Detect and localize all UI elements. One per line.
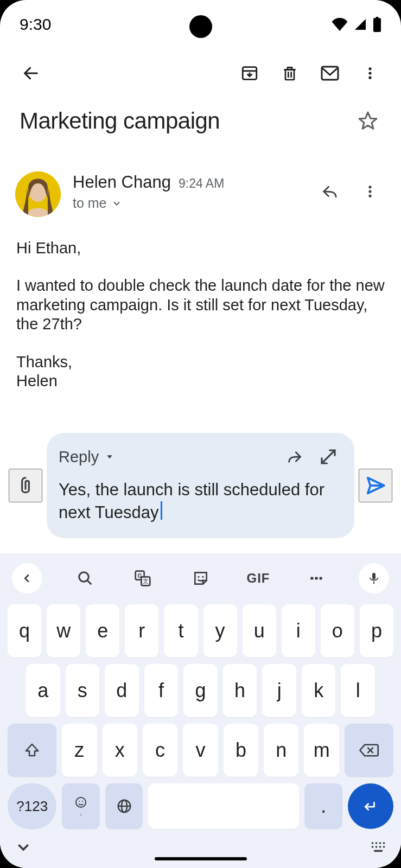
key-b[interactable]: b [224,724,258,777]
key-p[interactable]: p [360,604,393,658]
key-l[interactable]: l [341,664,375,717]
key-v[interactable]: v [183,724,218,777]
key-j[interactable]: j [262,664,296,717]
enter-icon [362,799,379,813]
archive-button[interactable] [230,53,270,93]
key-k[interactable]: k [302,664,336,717]
key-e[interactable]: e [86,604,119,658]
key-n[interactable]: n [264,724,298,777]
recipient-label: to me [73,195,107,211]
key-i[interactable]: i [282,604,315,658]
kb-search-button[interactable] [70,563,100,593]
key-y[interactable]: y [203,604,237,658]
back-button[interactable] [11,53,51,93]
reply-area: Reply Yes, the launch is still scheduled… [0,396,401,544]
svg-rect-52 [374,850,383,852]
svg-point-16 [368,186,371,188]
svg-point-50 [379,846,381,848]
star-button[interactable] [348,101,388,141]
svg-rect-6 [285,69,294,80]
paperclip-icon [15,474,36,497]
kb-collapse-button[interactable] [12,563,42,593]
svg-line-24 [87,580,91,585]
key-g[interactable]: g [183,664,218,717]
send-button[interactable] [359,469,392,502]
body-greeting: Hi Ethan, [16,239,385,258]
sender-time: 9:24 AM [179,176,224,191]
key-language[interactable] [105,783,143,829]
key-x[interactable]: x [103,724,137,777]
sender-name: Helen Chang [73,173,171,192]
svg-marker-19 [107,456,112,459]
reply-card[interactable]: Reply Yes, the launch is still scheduled… [47,433,354,538]
key-enter[interactable] [348,783,393,829]
emoji-icon [74,796,87,809]
more-button[interactable] [350,53,390,93]
key-d[interactable]: d [105,664,139,717]
kb-mic-button[interactable] [359,563,389,593]
kb-hide-button[interactable] [15,839,31,857]
message-more-button[interactable] [350,171,390,212]
key-c[interactable]: c [143,724,177,777]
key-backspace[interactable] [345,724,393,777]
kb-translate-button[interactable]: G文 [128,563,158,593]
svg-rect-0 [373,18,381,32]
key-s[interactable]: s [66,664,100,717]
mark-unread-button[interactable] [310,53,350,93]
svg-text:文: 文 [143,578,149,584]
recipient-toggle[interactable]: to me [73,195,298,211]
chevron-left-icon [21,572,33,584]
svg-point-49 [375,846,378,848]
backspace-icon [359,743,379,758]
svg-point-30 [202,576,203,578]
globe-icon [116,798,132,814]
key-emoji[interactable]: , [62,783,100,829]
kb-grid-button[interactable] [371,841,386,855]
nav-pill[interactable] [155,857,247,860]
camera-notch [189,15,212,38]
key-t[interactable]: t [164,604,198,658]
avatar[interactable] [15,171,61,217]
reply-text-input[interactable]: Yes, the launch is still scheduled for n… [59,480,324,522]
more-horizontal-icon [309,571,324,586]
translate-icon: G文 [134,570,151,587]
kb-gif-button[interactable]: GIF [243,563,273,593]
svg-point-47 [383,842,385,844]
svg-point-32 [315,577,318,580]
key-f[interactable]: f [144,664,179,717]
svg-point-31 [310,577,314,580]
shift-icon [24,742,40,758]
reply-mode-label: Reply [59,448,99,466]
reply-button[interactable] [310,171,350,212]
key-symbols[interactable]: ?123 [8,783,56,829]
key-w[interactable]: w [47,604,80,658]
key-o[interactable]: o [321,604,354,658]
body-signature: Helen [16,372,58,390]
caret-down-icon[interactable] [104,452,115,461]
svg-point-10 [368,67,371,70]
svg-point-46 [379,842,381,844]
archive-icon [240,64,259,82]
key-h[interactable]: h [223,664,257,717]
kb-sticker-button[interactable] [186,563,216,593]
delete-button[interactable] [270,53,310,93]
key-period[interactable]: . [304,783,342,829]
search-icon [77,570,93,586]
key-m[interactable]: m [304,724,339,777]
svg-point-33 [319,577,322,580]
key-shift[interactable] [8,724,56,777]
cellular-icon [353,18,367,31]
status-time: 9:30 [20,15,51,34]
attach-button[interactable] [9,469,42,502]
key-a[interactable]: a [26,664,60,717]
kb-more-button[interactable] [301,563,332,593]
key-r[interactable]: r [125,604,158,658]
key-q[interactable]: q [8,604,41,658]
email-body: Hi Ethan, I wanted to double check the l… [0,222,401,396]
key-u[interactable]: u [243,604,276,658]
expand-button[interactable] [314,443,342,471]
forward-button[interactable] [281,443,309,471]
text-cursor [161,501,162,520]
key-space[interactable] [148,783,299,829]
key-z[interactable]: z [62,724,97,777]
